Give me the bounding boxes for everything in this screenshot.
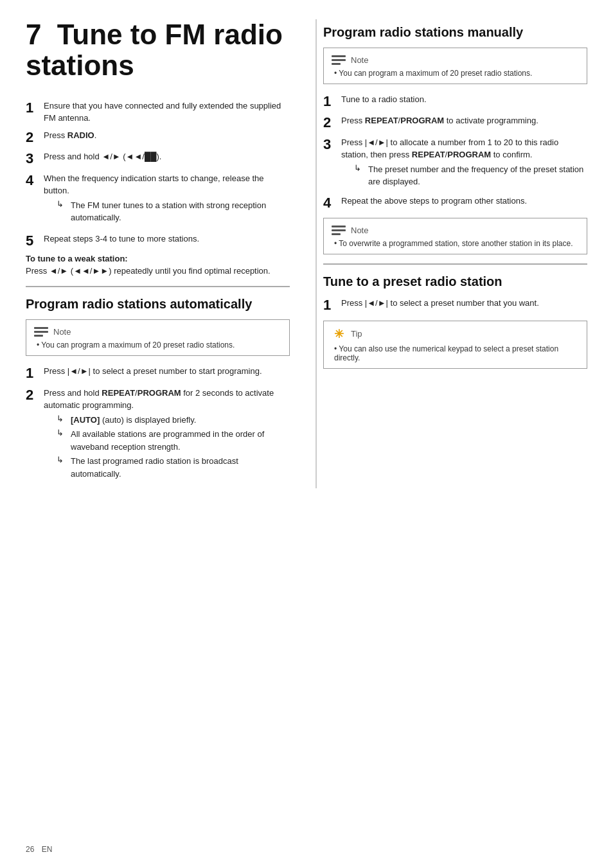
manual-note-body: You can program a maximum of 20 preset r… [332, 69, 579, 78]
title-number: 7 [26, 19, 41, 50]
preset-steps: 1 Press |◄/►| to select a preset number … [323, 297, 587, 314]
step-1: 1 Ensure that you have connected and ful… [26, 100, 290, 125]
manual-note-header-2: Note [332, 224, 579, 236]
auto-note-label: Note [53, 327, 71, 337]
manual-step-4-text: Repeat the above steps to program other … [341, 195, 587, 208]
tip-item-0: You can also use the numerical keypad to… [334, 344, 579, 362]
note-icon-manual-2 [332, 224, 346, 236]
tip-label: Tip [351, 329, 362, 339]
step-3-num: 3 [26, 150, 44, 167]
manual-steps: 1 Tune to a radio station. 2 Press REPEA… [323, 93, 587, 211]
step-4-arrow: ↳ The FM tuner tunes to a station with s… [57, 199, 290, 224]
step-5-text: Repeat steps 3-4 to tune to more station… [44, 233, 290, 245]
auto-step-1-text: Press |◄/►| to select a preset number to… [44, 365, 290, 378]
tip-body: You can also use the numerical keypad to… [332, 344, 579, 362]
step-5: 5 Repeat steps 3-4 to tune to more stati… [26, 233, 290, 249]
weak-station-label: To tune to a weak station: [26, 254, 290, 263]
step-2-num: 2 [26, 129, 44, 146]
weak-station-text: Press ◄/► (◄◄/►►) repeatedly until you f… [26, 265, 290, 278]
manual-note-item-2-0: To overwrite a programmed station, store… [334, 239, 579, 248]
manual-step-2-num: 2 [323, 114, 341, 131]
manual-note-body-2: To overwrite a programmed station, store… [332, 239, 579, 248]
page-title: 7 Tune to FM radio stations [26, 19, 290, 82]
manual-step-1: 1 Tune to a radio station. [323, 93, 587, 110]
auto-step-1: 1 Press |◄/►| to select a preset number … [26, 365, 290, 382]
main-steps: 1 Ensure that you have connected and ful… [26, 100, 290, 226]
manual-note-label: Note [351, 55, 368, 65]
step-4: 4 When the frequency indication starts t… [26, 172, 290, 226]
step-1-num: 1 [26, 100, 44, 116]
arrow-text-4: The FM tuner tunes to a station with str… [71, 199, 290, 224]
manual-step-1-text: Tune to a radio station. [341, 93, 587, 106]
manual-step-3-text: Press |◄/►| to allocate a number from 1 … [341, 137, 558, 160]
manual-step-2-text: Press REPEAT/PROGRAM to activate program… [341, 114, 587, 127]
note-icon-auto [34, 326, 48, 337]
manual-step-1-num: 1 [323, 93, 341, 110]
arrow-sym-4: ↳ [57, 199, 68, 224]
step-2: 2 Press RADIO. [26, 129, 290, 146]
manual-section-title: Program radio stations manually [323, 24, 587, 40]
auto-section-title: Program radio stations automatically [26, 296, 290, 312]
footer-lang: EN [42, 845, 53, 854]
preset-step-1: 1 Press |◄/►| to select a preset number … [323, 297, 587, 314]
tip-header: ✳ Tip [332, 327, 579, 341]
left-column: 7 Tune to FM radio stations 1 Ensure tha… [26, 19, 296, 488]
manual-note-header: Note [332, 54, 579, 66]
auto-step-2-arrow-2: ↳ The last programed radio station is br… [57, 455, 290, 480]
auto-arrow-text-1: All available stations are programmed in… [71, 428, 290, 453]
manual-step-3-arrow: ↳ The preset number and the frequency of… [354, 163, 587, 188]
preset-step-1-text: Press |◄/►| to select a preset number th… [341, 297, 587, 310]
auto-step-2-arrow-1: ↳ All available stations are programmed … [57, 428, 290, 453]
step-5-num: 5 [26, 233, 44, 249]
manual-step-4-num: 4 [323, 195, 341, 211]
auto-arrow-text-0: [AUTO] (auto) is displayed briefly. [71, 414, 196, 427]
manual-step-4: 4 Repeat the above steps to program othe… [323, 195, 587, 211]
auto-note-body: You can program a maximum of 20 preset r… [34, 341, 281, 350]
manual-step-2: 2 Press REPEAT/PROGRAM to activate progr… [323, 114, 587, 131]
manual-note-item-0: You can program a maximum of 20 preset r… [334, 69, 579, 78]
step-4-text: When the frequency indication starts to … [44, 173, 264, 196]
step-4-num: 4 [26, 172, 44, 189]
manual-arrow-text-3: The preset number and the frequency of t… [368, 163, 587, 188]
title-text: Tune to FM radio stations [26, 19, 283, 81]
auto-note-box: Note You can program a maximum of 20 pre… [26, 319, 290, 356]
auto-step-2-arrow-0: ↳ [AUTO] (auto) is displayed briefly. [57, 414, 290, 427]
auto-step-2-text: Press and hold REPEAT/PROGRAM for 2 seco… [44, 388, 274, 411]
step-3: 3 Press and hold ◄/► (◄◄/██). [26, 150, 290, 167]
auto-step-2: 2 Press and hold REPEAT/PROGRAM for 2 se… [26, 387, 290, 483]
auto-arrow-text-2: The last programed radio station is broa… [71, 455, 290, 480]
manual-note-label-2: Note [351, 226, 368, 235]
note-icon-manual [332, 54, 346, 66]
auto-step-1-num: 1 [26, 365, 44, 382]
footer: 26 EN [26, 845, 52, 854]
auto-step-2-num: 2 [26, 387, 44, 403]
step-3-text: Press and hold ◄/► (◄◄/██). [44, 150, 290, 163]
step-2-text: Press RADIO. [44, 129, 290, 142]
footer-page: 26 [26, 845, 34, 854]
auto-note-header: Note [34, 326, 281, 337]
tip-icon: ✳ [332, 327, 346, 341]
manual-step-3-num: 3 [323, 136, 341, 153]
step-1-text: Ensure that you have connected and fully… [44, 100, 290, 125]
manual-note-box-2: Note To overwrite a programmed station, … [323, 218, 587, 254]
preset-section-title: Tune to a preset radio station [323, 274, 587, 289]
divider-auto [26, 286, 290, 287]
weak-station-section: To tune to a weak station: Press ◄/► (◄◄… [26, 254, 290, 278]
auto-steps: 1 Press |◄/►| to select a preset number … [26, 365, 290, 482]
tip-box: ✳ Tip You can also use the numerical key… [323, 321, 587, 369]
right-column: Program radio stations manually Note You… [315, 19, 587, 488]
page: 7 Tune to FM radio stations 1 Ensure tha… [0, 0, 613, 868]
manual-step-3: 3 Press |◄/►| to allocate a number from … [323, 136, 587, 190]
auto-note-item-0: You can program a maximum of 20 preset r… [37, 341, 281, 350]
divider-preset [323, 263, 587, 265]
manual-note-box: Note You can program a maximum of 20 pre… [323, 48, 587, 84]
preset-step-1-num: 1 [323, 297, 341, 314]
